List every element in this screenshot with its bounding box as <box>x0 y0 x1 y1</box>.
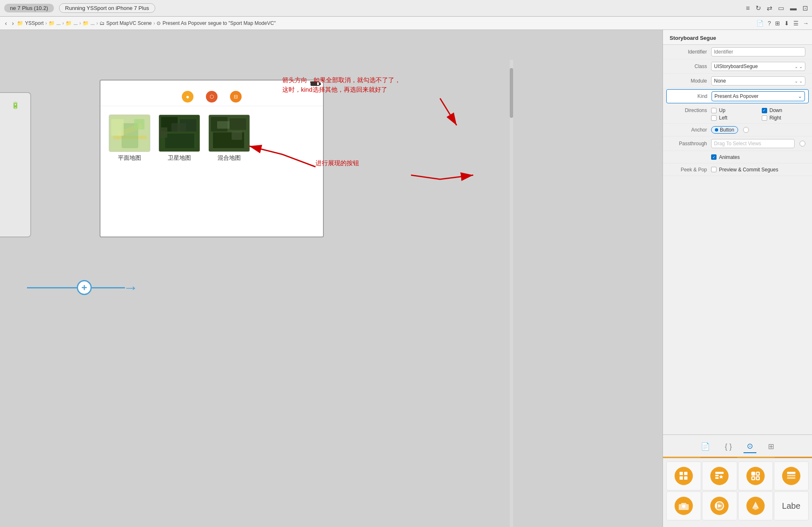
tab-circle[interactable]: ⊙ <box>744 440 756 453</box>
object-cell-7[interactable]: Labe <box>774 491 809 520</box>
dir-left-row: Left <box>711 115 755 121</box>
animates-control: Animates <box>711 154 805 160</box>
dir-left-checkbox[interactable] <box>711 115 717 121</box>
breadcrumb-item-1[interactable]: 📁 ... <box>49 20 61 26</box>
dir-up-checkbox[interactable] <box>711 108 717 113</box>
anchor-label: Anchor <box>670 127 711 133</box>
breadcrumb-item-3[interactable]: 📁 ... <box>83 20 95 26</box>
passthrough-input[interactable]: Drag To Select Views <box>711 139 795 148</box>
svg-rect-12 <box>756 477 759 480</box>
scroll-thumb[interactable] <box>510 68 513 118</box>
toolbar-button-2[interactable]: ⬡ <box>206 91 218 102</box>
dir-down-label: Down <box>770 107 783 113</box>
help-icon[interactable]: ? <box>768 20 771 27</box>
download-icon[interactable]: ⬇ <box>784 20 789 27</box>
module-control: None ⌄ ⌄ <box>711 76 805 85</box>
anchor-select[interactable]: Button <box>711 126 738 134</box>
map-hybrid-col: 混合地图 <box>208 115 250 162</box>
nav-back-button[interactable]: ‹ <box>3 20 9 27</box>
animates-label: Animates <box>719 154 740 160</box>
object-cell-4[interactable] <box>666 491 701 520</box>
annotation-text-2: 进行展现的按钮 <box>316 159 359 168</box>
objects-grid: Labe <box>663 458 812 524</box>
back-forward-icon[interactable]: ⇄ <box>767 4 772 12</box>
top-bar: ne 7 Plus (10.2) Running YSSport on iPho… <box>0 0 812 17</box>
peek-pop-row-inner: Preview & Commit Segues <box>711 167 805 173</box>
map-thumb-sat[interactable] <box>159 115 200 152</box>
object-cell-5[interactable] <box>702 491 737 520</box>
forward-icon[interactable]: → <box>803 20 809 27</box>
object-cell-3[interactable] <box>774 461 809 490</box>
svg-rect-7 <box>715 477 719 479</box>
tab-braces[interactable]: { } <box>722 441 735 453</box>
layout2-icon[interactable]: ▬ <box>790 5 797 12</box>
label-text: Labe <box>782 501 801 511</box>
toolbar-button-1[interactable]: ● <box>182 91 193 102</box>
segue-line-right <box>92 287 125 288</box>
identifier-control <box>711 47 805 56</box>
passthrough-radio[interactable] <box>800 141 805 146</box>
table-star-icon <box>710 467 729 485</box>
peek-pop-checkbox[interactable] <box>711 167 717 172</box>
toolbar-button-3[interactable]: ⊟ <box>230 91 242 102</box>
svg-marker-8 <box>719 475 723 479</box>
running-tab[interactable]: Running YSSport on iPhone 7 Plus <box>59 3 155 13</box>
animates-checkbox[interactable] <box>711 154 717 160</box>
anchor-radio[interactable] <box>743 127 749 133</box>
folder-icon: 📁 <box>17 20 23 26</box>
map-thumb-flat[interactable] <box>109 115 150 152</box>
arkit-icon <box>746 497 765 515</box>
breadcrumb-item-5[interactable]: ⊙ Present As Popover segue to "Sport Map… <box>157 20 276 26</box>
passthrough-row: Passthrough Drag To Select Views <box>663 137 812 151</box>
map-label-hybrid: 混合地图 <box>218 154 241 162</box>
directions-row: Directions Up Down Left <box>663 104 812 124</box>
camera-icon <box>675 497 693 515</box>
identifier-input[interactable] <box>711 47 805 56</box>
class-select[interactable]: UIStoryboardSegue ⌄ ⌄ <box>711 62 805 71</box>
layout1-icon[interactable]: ▭ <box>778 4 784 12</box>
dir-right-checkbox[interactable] <box>762 115 767 121</box>
dir-down-checkbox[interactable] <box>762 108 767 113</box>
canvas-area[interactable]: 🔋 ● ⬡ ⊟ <box>0 30 663 527</box>
dir-up-label: Up <box>719 107 725 113</box>
nav-forward-button[interactable]: › <box>10 20 16 27</box>
media-player-icon <box>710 497 729 515</box>
list-icon[interactable]: ≡ <box>746 5 750 12</box>
svg-rect-9 <box>752 472 755 475</box>
breadcrumb-item-0[interactable]: 📁 YSSport <box>17 20 44 26</box>
collection-view-icon <box>675 467 693 485</box>
animates-row-inner: Animates <box>711 154 805 160</box>
grid-icon[interactable]: ⊞ <box>775 20 780 27</box>
map-thumb-hybrid[interactable] <box>208 115 250 152</box>
module-select[interactable]: None ⌄ ⌄ <box>711 76 805 85</box>
svg-rect-13 <box>787 472 795 474</box>
main-layout: 🔋 ● ⬡ ⊟ <box>0 30 812 527</box>
tab-doc[interactable]: 📄 <box>697 440 713 453</box>
device-tab[interactable]: ne 7 Plus (10.2) <box>4 4 54 12</box>
battery-icon: 🔋 <box>11 101 20 109</box>
kind-label: Kind <box>670 93 712 99</box>
svg-rect-1 <box>680 472 683 475</box>
doc-icon[interactable]: 📄 <box>756 20 763 27</box>
object-cell-1[interactable] <box>702 461 737 490</box>
storyboard-icon: 🗂 <box>100 20 105 26</box>
breadcrumb-item-2[interactable]: 📁 ... <box>66 20 78 26</box>
segue-icon: ⊙ <box>157 20 161 26</box>
object-cell-6[interactable] <box>738 491 773 520</box>
svg-rect-6 <box>715 475 719 476</box>
dir-up-row: Up <box>711 107 755 113</box>
dir-right-row: Right <box>762 115 806 121</box>
layout3-icon[interactable]: ⊡ <box>802 4 808 12</box>
object-cell-0[interactable] <box>666 461 701 490</box>
refresh-icon[interactable]: ↻ <box>756 4 761 12</box>
breadcrumb-item-4[interactable]: 🗂 Sport MapVC Scene <box>100 20 152 26</box>
directions-control: Up Down Left Right <box>711 107 805 121</box>
annotation-text-1: 箭头方向，如果全部取消，就勾选不了了， 这时，kind选择其他，再选回来就好了 <box>282 76 401 94</box>
list-icon-breadcrumb[interactable]: ☰ <box>793 20 799 27</box>
segue-circle[interactable] <box>77 280 92 295</box>
tab-table[interactable]: ⊞ <box>765 440 778 453</box>
identifier-row: Identifier <box>663 45 812 59</box>
kind-select[interactable]: Present As Popover ⌄ <box>712 91 805 101</box>
object-cell-2[interactable] <box>738 461 773 490</box>
dir-down-row: Down <box>762 107 806 113</box>
